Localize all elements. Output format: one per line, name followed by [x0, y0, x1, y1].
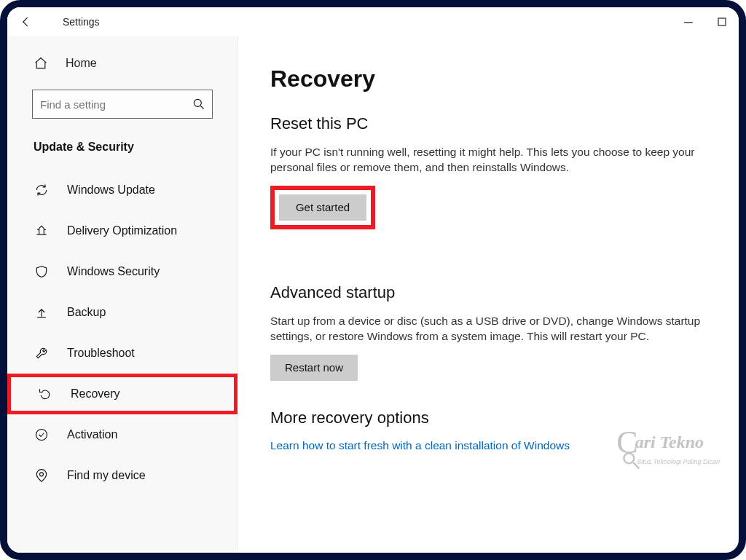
window-controls [672, 7, 739, 36]
sidebar-item-label: Troubleshoot [67, 347, 135, 360]
minimize-icon [681, 15, 696, 29]
sidebar-item-delivery-optimization[interactable]: Delivery Optimization [7, 210, 237, 251]
watermark-tagline: Situs Teknologi Paling Dicari [637, 458, 720, 465]
svg-point-4 [624, 453, 635, 463]
wrench-icon [32, 346, 51, 360]
sidebar-home[interactable]: Home [7, 47, 237, 79]
page-title: Recovery [270, 66, 717, 92]
svg-point-2 [36, 430, 47, 441]
svg-rect-0 [718, 18, 726, 25]
maximize-button[interactable] [705, 7, 739, 36]
recovery-icon [36, 387, 55, 401]
sidebar-item-backup[interactable]: Backup [7, 292, 237, 333]
sidebar-item-label: Windows Security [67, 265, 160, 278]
sidebar-item-troubleshoot[interactable]: Troubleshoot [7, 333, 237, 374]
titlebar: Settings [7, 7, 739, 36]
more-recovery-heading: More recovery options [270, 409, 717, 427]
restart-now-button[interactable]: Restart now [270, 355, 358, 381]
watermark: C ari Tekno Situs Teknologi Paling Dicar… [616, 424, 720, 465]
minimize-button[interactable] [672, 7, 705, 36]
magnifier-icon [622, 451, 643, 472]
backup-icon [32, 305, 51, 320]
search-box[interactable] [32, 90, 213, 119]
maximize-icon [715, 15, 729, 29]
sidebar-item-label: Find my device [67, 469, 146, 482]
back-button[interactable] [12, 7, 41, 36]
location-icon [32, 468, 51, 483]
sidebar: Home Update & Security Windows Update De… [7, 7, 238, 553]
sidebar-item-label: Activation [67, 428, 117, 441]
sidebar-category-title: Update & Security [7, 132, 237, 170]
sidebar-item-recovery[interactable]: Recovery [7, 374, 237, 414]
watermark-brand: ari Tekno [635, 433, 704, 452]
advanced-startup-body: Start up from a device or disc (such as … [270, 314, 717, 344]
reset-pc-body: If your PC isn't running well, resetting… [270, 145, 717, 176]
settings-window: Settings Home Update & Security [0, 0, 746, 560]
shield-icon [32, 264, 51, 279]
sync-icon [32, 183, 51, 197]
watermark-c: C [616, 424, 637, 461]
get-started-button[interactable]: Get started [279, 194, 366, 221]
sidebar-nav-list: Windows Update Delivery Optimization Win… [7, 170, 237, 496]
reset-pc-heading: Reset this PC [270, 114, 717, 133]
start-fresh-link[interactable]: Learn how to start fresh with a clean in… [270, 439, 570, 451]
check-circle-icon [32, 427, 51, 442]
search-input[interactable] [33, 98, 186, 111]
get-started-highlight: Get started [270, 186, 375, 229]
delivery-icon [32, 224, 51, 238]
main-content: Recovery Reset this PC If your PC isn't … [238, 7, 739, 553]
sidebar-item-label: Windows Update [67, 184, 155, 197]
sidebar-item-windows-security[interactable]: Windows Security [7, 251, 237, 292]
svg-point-3 [40, 473, 44, 476]
sidebar-item-label: Backup [67, 306, 106, 319]
advanced-startup-heading: Advanced startup [270, 283, 717, 302]
svg-point-1 [194, 99, 201, 106]
sidebar-item-windows-update[interactable]: Windows Update [7, 170, 237, 210]
search-icon [186, 97, 212, 111]
sidebar-item-find-my-device[interactable]: Find my device [7, 455, 237, 496]
home-icon [32, 56, 50, 71]
sidebar-item-activation[interactable]: Activation [7, 414, 237, 455]
sidebar-home-label: Home [66, 57, 97, 70]
sidebar-item-label: Delivery Optimization [67, 224, 177, 237]
arrow-left-icon [19, 15, 34, 29]
window-title: Settings [63, 16, 100, 28]
sidebar-item-label: Recovery [71, 387, 120, 401]
